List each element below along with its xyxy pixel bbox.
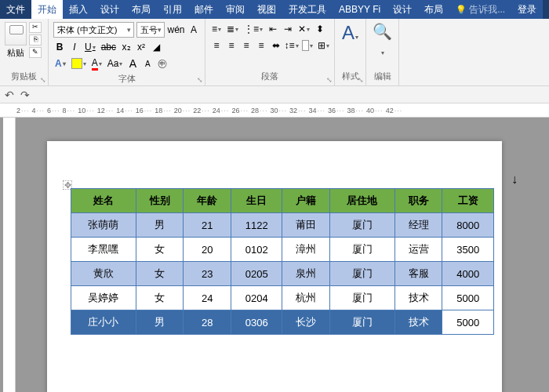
table-cell[interactable]: 女 xyxy=(136,238,183,262)
table-cell[interactable]: 0205 xyxy=(231,262,282,286)
table-cell[interactable]: 3500 xyxy=(442,238,494,262)
table-header[interactable]: 性别 xyxy=(136,189,183,213)
inc-indent-button[interactable]: ⇥ xyxy=(282,22,294,36)
table-row[interactable]: 张萌萌男211122莆田厦门经理8000 xyxy=(71,213,494,238)
table-header[interactable]: 户籍 xyxy=(282,189,329,213)
table-header[interactable]: 生日 xyxy=(231,189,282,213)
format-painter-button[interactable]: ✎ xyxy=(29,47,42,58)
table-cell[interactable]: 8000 xyxy=(442,213,494,238)
expand-icon[interactable]: ⤡ xyxy=(326,76,333,84)
align-right-button[interactable]: ≡ xyxy=(240,38,253,53)
table-cell[interactable]: 24 xyxy=(184,286,231,310)
table-header[interactable]: 姓名 xyxy=(71,189,136,213)
table-cell[interactable]: 5000 xyxy=(442,310,494,335)
tab-abbyy[interactable]: ABBYY Fi xyxy=(333,0,387,19)
table-cell[interactable]: 21 xyxy=(184,213,231,238)
table-cell[interactable]: 李黑嘿 xyxy=(71,238,136,262)
superscript-button[interactable]: x² xyxy=(135,40,147,54)
underline-button[interactable]: U xyxy=(83,40,97,54)
line-spacing-button[interactable]: ↕≡ xyxy=(285,38,298,53)
subscript-button[interactable]: x₂ xyxy=(120,40,133,54)
table-row[interactable]: 吴婷婷女240204杭州厦门技术5000 xyxy=(71,286,494,310)
tab-design[interactable]: 设计 xyxy=(94,0,125,19)
login-button[interactable]: 登录 xyxy=(511,0,543,19)
tab-developer[interactable]: 开发工具 xyxy=(282,0,333,19)
tab-review[interactable]: 审阅 xyxy=(220,0,251,19)
table-row[interactable]: 黄欣女230205泉州厦门客服4000 xyxy=(71,262,494,286)
font-size-combo[interactable]: 五号 xyxy=(136,22,165,38)
table-cell[interactable]: 男 xyxy=(136,213,183,238)
expand-icon[interactable]: ⤡ xyxy=(358,76,364,84)
numbering-button[interactable]: ≣ xyxy=(225,22,240,36)
table-cell[interactable]: 厦门 xyxy=(329,286,394,310)
text-effects-button[interactable]: A xyxy=(53,56,67,71)
vertical-ruler[interactable] xyxy=(3,118,16,392)
bullets-button[interactable]: ≡ xyxy=(210,22,223,36)
tab-home[interactable]: 开始 xyxy=(31,0,63,19)
shading-button[interactable] xyxy=(300,38,314,53)
change-case-button[interactable]: Aa xyxy=(106,56,125,71)
italic-button[interactable]: I xyxy=(68,40,81,54)
table-cell[interactable]: 长沙 xyxy=(282,310,329,335)
font-name-combo[interactable]: 宋体 (中文正文) xyxy=(53,22,134,38)
align-center-button[interactable]: ≡ xyxy=(225,38,238,53)
distribute-button[interactable]: ⬌ xyxy=(270,38,282,53)
table-cell[interactable]: 张萌萌 xyxy=(71,213,136,238)
tab-view[interactable]: 视图 xyxy=(251,0,282,19)
redo-button[interactable]: ↷ xyxy=(20,89,30,101)
table-cell[interactable]: 20 xyxy=(184,238,231,262)
styles-button[interactable]: A xyxy=(342,22,358,44)
expand-icon[interactable]: ⤡ xyxy=(40,76,46,84)
font-color-button[interactable]: A xyxy=(90,56,104,71)
table-cell[interactable]: 庄小小 xyxy=(71,310,136,335)
table-cell[interactable]: 杭州 xyxy=(282,286,329,310)
highlight-button[interactable] xyxy=(70,56,88,71)
table-cell[interactable]: 运营 xyxy=(394,238,442,262)
table-cell[interactable]: 吴婷婷 xyxy=(71,286,136,310)
table-row[interactable]: 李黑嘿女200102漳州厦门运营3500 xyxy=(71,238,494,262)
clear-format-button[interactable]: ◢ xyxy=(150,40,162,54)
table-cell[interactable]: 厦门 xyxy=(329,238,394,262)
table-cell[interactable]: 客服 xyxy=(394,262,442,286)
data-table[interactable]: 姓名性别年龄生日户籍居住地职务工资 张萌萌男211122莆田厦门经理8000李黑… xyxy=(71,188,494,335)
table-cell[interactable]: 5000 xyxy=(442,286,494,310)
table-cell[interactable]: 男 xyxy=(136,310,183,335)
enclose-button[interactable]: ㊥ xyxy=(156,56,169,71)
borders-button[interactable]: ⊞ xyxy=(317,38,329,53)
table-cell[interactable]: 经理 xyxy=(394,213,442,238)
tab-references[interactable]: 引用 xyxy=(157,0,188,19)
table-cell[interactable]: 泉州 xyxy=(282,262,329,286)
strike-button[interactable]: abc xyxy=(100,40,118,54)
find-button[interactable]: 🔍 xyxy=(371,22,394,59)
multilevel-button[interactable]: ⋮≡ xyxy=(242,22,264,36)
bold-button[interactable]: B xyxy=(53,40,66,54)
table-cell[interactable]: 女 xyxy=(136,286,183,310)
dec-indent-button[interactable]: ⇤ xyxy=(267,22,279,36)
table-cell[interactable]: 技术 xyxy=(394,310,442,335)
page[interactable]: ✥ ↓ 姓名性别年龄生日户籍居住地职务工资 张萌萌男211122莆田厦门经理80… xyxy=(47,141,502,392)
table-cell[interactable]: 28 xyxy=(184,310,231,335)
tab-layout[interactable]: 布局 xyxy=(125,0,157,19)
table-cell[interactable]: 4000 xyxy=(442,262,494,286)
table-cell[interactable]: 莆田 xyxy=(282,213,329,238)
table-header[interactable]: 年龄 xyxy=(184,189,231,213)
tab-mailings[interactable]: 邮件 xyxy=(188,0,220,19)
tab-file[interactable]: 文件 xyxy=(0,0,31,19)
table-cell[interactable]: 技术 xyxy=(394,286,442,310)
table-cell[interactable]: 黄欣 xyxy=(71,262,136,286)
text-direction-button[interactable]: ✕ xyxy=(296,22,311,36)
table-move-handle[interactable]: ✥ xyxy=(63,180,72,190)
paste-button[interactable]: 粘贴 xyxy=(5,22,27,59)
table-cell[interactable]: 1122 xyxy=(231,213,282,238)
table-cell[interactable]: 女 xyxy=(136,262,183,286)
table-cell[interactable]: 0306 xyxy=(231,310,282,335)
sort-button[interactable]: ⬍ xyxy=(314,22,326,36)
grow-font-button[interactable]: A xyxy=(126,56,139,71)
align-left-button[interactable]: ≡ xyxy=(210,38,223,53)
undo-button[interactable]: ↶ xyxy=(5,89,14,101)
copy-button[interactable]: ⎘ xyxy=(29,34,42,45)
table-cell[interactable]: 厦门 xyxy=(329,310,394,335)
horizontal-ruler[interactable]: 2∙∙∙4∙∙∙6∙∙∙8∙∙∙10∙∙∙12∙∙∙14∙∙∙16∙∙∙18∙∙… xyxy=(0,103,549,118)
tab-table-layout[interactable]: 布局 xyxy=(418,0,449,19)
table-cell[interactable]: 厦门 xyxy=(329,213,394,238)
